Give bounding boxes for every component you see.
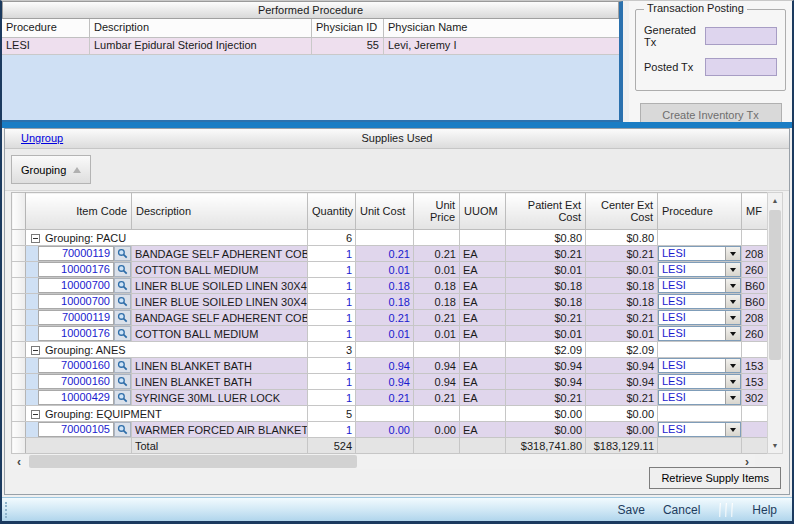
item-quantity-cell[interactable]: 1 [308,246,356,262]
item-code-lookup-button[interactable] [114,390,131,405]
item-code-value[interactable]: 70000119 [38,246,114,261]
item-procedure-cell[interactable]: LESI [658,278,742,294]
row-indicator[interactable] [12,278,26,294]
horizontal-scrollbar[interactable]: ‹ › [11,454,755,469]
item-code-cell[interactable]: 70000119 [26,310,132,326]
item-code-lookup-button[interactable] [114,310,131,325]
scroll-down-icon[interactable]: ▼ [768,438,782,453]
retrieve-supply-items-button[interactable]: Retrieve Supply Items [649,467,781,489]
procedure-dropdown[interactable]: LESI [658,278,741,293]
item-code-cell[interactable]: 10000429 [26,390,132,406]
row-indicator[interactable] [12,422,26,438]
supply-item-row[interactable]: 10000700LINER BLUE SOILED LINEN 30X4310.… [12,278,772,294]
item-code-value[interactable]: 10000176 [38,326,114,341]
item-quantity-cell[interactable]: 1 [308,358,356,374]
row-indicator[interactable] [12,230,26,246]
item-procedure-cell[interactable]: LESI [658,422,742,438]
item-code-value[interactable]: 70000119 [38,310,114,325]
chevron-down-icon[interactable] [725,391,740,404]
item-code-lookup-button[interactable] [114,294,131,309]
procedure-dropdown[interactable]: LESI [658,358,741,373]
procedure-dropdown[interactable]: LESI [658,294,741,309]
item-code-cell[interactable]: 70000160 [26,374,132,390]
vertical-scrollbar[interactable]: ▲ ▼ [767,192,783,454]
item-procedure-cell[interactable]: LESI [658,358,742,374]
item-code-lookup-button[interactable] [114,278,131,293]
column-header-uuom[interactable]: UUOM [460,193,506,230]
column-header-physician-name[interactable]: Physician Name [384,19,619,37]
item-unit-cost-cell[interactable]: 0.18 [356,294,414,310]
column-header-description[interactable]: Description [132,193,308,230]
supply-item-row[interactable]: 70000119BANDAGE SELF ADHERENT COBAN10.21… [12,246,772,262]
item-code-cell[interactable]: 70000119 [26,246,132,262]
item-quantity-cell[interactable]: 1 [308,310,356,326]
item-code-value[interactable]: 70000105 [38,422,114,437]
row-indicator[interactable] [12,294,26,310]
procedure-dropdown[interactable]: LESI [658,310,741,325]
item-quantity-cell[interactable]: 1 [308,294,356,310]
row-indicator[interactable] [12,342,26,358]
item-unit-cost-cell[interactable]: 0.21 [356,246,414,262]
column-header-procedure[interactable]: Procedure [2,19,90,37]
row-indicator[interactable] [12,326,26,342]
supply-item-row[interactable]: 70000160LINEN BLANKET BATH10.940.94EA$0.… [12,374,772,390]
item-procedure-cell[interactable]: LESI [658,310,742,326]
item-quantity-cell[interactable]: 1 [308,422,356,438]
procedure-dropdown[interactable]: LESI [658,246,741,261]
row-indicator[interactable] [12,406,26,422]
item-unit-cost-cell[interactable]: 0.21 [356,390,414,406]
item-code-value[interactable]: 10000700 [38,294,114,309]
item-unit-cost-cell[interactable]: 0.00 [356,422,414,438]
item-code-value[interactable]: 10000176 [38,262,114,277]
collapse-group-icon[interactable] [31,410,40,419]
item-code-value[interactable]: 10000700 [38,278,114,293]
item-unit-cost-cell[interactable]: 0.21 [356,310,414,326]
column-header-description[interactable]: Description [90,19,312,37]
row-indicator[interactable] [12,390,26,406]
column-header-procedure[interactable]: Procedure [658,193,742,230]
column-header-patient-ext-cost[interactable]: Patient Ext Cost [506,193,586,230]
supply-item-row[interactable]: 10000429SYRINGE 30ML LUER LOCK10.210.21E… [12,390,772,406]
chevron-down-icon[interactable] [725,279,740,292]
procedure-dropdown[interactable]: LESI [658,422,741,437]
generated-tx-field[interactable] [705,27,777,45]
item-procedure-cell[interactable]: LESI [658,246,742,262]
procedure-dropdown[interactable]: LESI [658,326,741,341]
row-indicator[interactable] [12,262,26,278]
procedure-dropdown[interactable]: LESI [658,262,741,277]
item-unit-cost-cell[interactable]: 0.01 [356,326,414,342]
item-unit-cost-cell[interactable]: 0.01 [356,262,414,278]
supply-item-row[interactable]: 10000176COTTON BALL MEDIUM10.010.01EA$0.… [12,262,772,278]
help-button[interactable]: Help [743,503,786,517]
item-procedure-cell[interactable]: LESI [658,262,742,278]
supply-item-row[interactable]: 70000160LINEN BLANKET BATH10.940.94EA$0.… [12,358,772,374]
posted-tx-field[interactable] [705,58,777,76]
column-header-unit-cost[interactable]: Unit Cost [356,193,414,230]
collapse-group-icon[interactable] [31,346,40,355]
item-quantity-cell[interactable]: 1 [308,262,356,278]
physician-name-cell[interactable]: Levi, Jeremy I [384,38,619,54]
item-code-cell[interactable]: 10000176 [26,326,132,342]
row-indicator[interactable] [12,310,26,326]
item-quantity-cell[interactable]: 1 [308,374,356,390]
row-indicator[interactable] [12,374,26,390]
item-code-cell[interactable]: 70000105 [26,422,132,438]
chevron-down-icon[interactable] [725,327,740,340]
description-cell[interactable]: Lumbar Epidural Steriod Injection [90,38,312,54]
save-button[interactable]: Save [609,503,654,517]
item-procedure-cell[interactable]: LESI [658,326,742,342]
cancel-button[interactable]: Cancel [654,503,709,517]
vertical-scroll-thumb[interactable] [769,210,781,360]
chevron-down-icon[interactable] [725,247,740,260]
item-unit-cost-cell[interactable]: 0.18 [356,278,414,294]
grouping-button[interactable]: Grouping [11,155,91,184]
item-code-lookup-button[interactable] [114,422,131,437]
performed-procedure-row[interactable]: LESI Lumbar Epidural Steriod Injection 5… [2,38,619,55]
chevron-down-icon[interactable] [725,359,740,372]
scroll-left-icon[interactable]: ‹ [11,455,27,469]
item-code-cell[interactable]: 70000160 [26,358,132,374]
item-code-value[interactable]: 10000429 [38,390,114,405]
item-unit-cost-cell[interactable]: 0.94 [356,374,414,390]
supply-item-row[interactable]: 70000119BANDAGE SELF ADHERENT COBAN10.21… [12,310,772,326]
procedure-dropdown[interactable]: LESI [658,374,741,389]
